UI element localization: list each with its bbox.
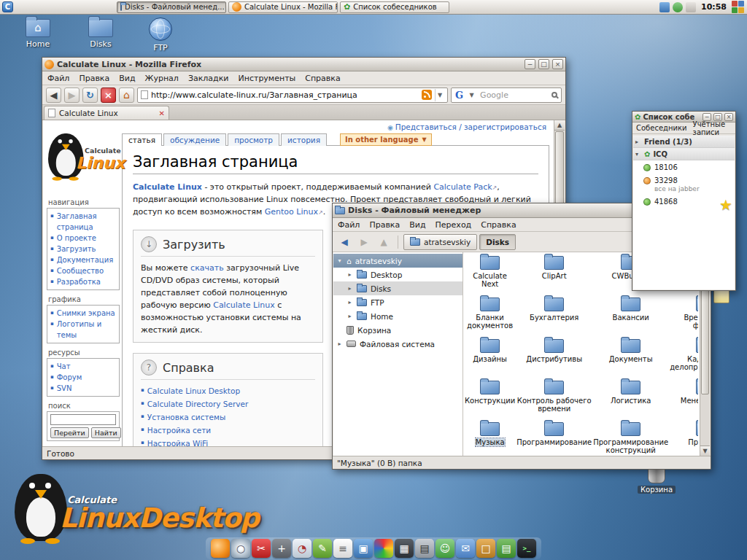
folder-item[interactable]: Логистика — [593, 378, 668, 419]
login-link[interactable]: ◉Представиться / зарегистрироваться — [43, 120, 554, 132]
start-menu-icon[interactable]: C — [2, 1, 13, 12]
expander-icon[interactable]: ▾ — [635, 151, 641, 158]
firefox-titlebar[interactable]: Calculate Linux - Mozilla Firefox − □ × — [42, 58, 565, 71]
up-button[interactable]: ▲ — [375, 234, 392, 250]
menu-go[interactable]: Переход — [436, 220, 472, 230]
expander-icon[interactable]: ▸ — [347, 299, 353, 306]
media-player-icon[interactable]: ▤ — [415, 539, 434, 558]
menu-file[interactable]: Файл — [47, 74, 69, 83]
package-icon[interactable]: □ — [476, 539, 495, 558]
terminal-icon[interactable]: >_ — [517, 539, 536, 558]
cut-tool-icon[interactable]: ✂ — [252, 539, 271, 558]
cd-burner-icon[interactable]: ○ — [231, 539, 250, 558]
folder-item[interactable]: Calculate Next — [465, 254, 515, 295]
tray-messenger-icon[interactable] — [673, 2, 683, 12]
search-go-button[interactable]: Перейти — [50, 427, 89, 438]
taskbar-item-file-manager[interactable]: Disks - Файловый менед... — [117, 1, 226, 13]
sidebar-link[interactable]: ▪Снимки экрана — [50, 308, 116, 319]
search-icon[interactable] — [551, 92, 557, 98]
back-button[interactable]: ◀ — [46, 88, 61, 103]
help-link[interactable]: ▪Calculate Directory Server — [141, 398, 315, 411]
messenger-icon[interactable]: ☺ — [436, 539, 454, 558]
minimize-button[interactable]: − — [525, 59, 535, 69]
contact-item[interactable]: 18106 — [633, 160, 735, 174]
language-button[interactable]: In other language▼ — [340, 133, 432, 146]
contact-item[interactable]: 33298 все на jabber — [633, 174, 735, 195]
contact-group-icq[interactable]: ▾ ✿ ICQ — [633, 148, 735, 160]
menu-help[interactable]: Справка — [305, 74, 340, 83]
mail-icon[interactable]: ✉ — [456, 539, 475, 558]
tray-mini-icon[interactable] — [732, 7, 738, 13]
tray-mini-icon[interactable] — [738, 7, 744, 13]
help-link[interactable]: ▪Calculate Linux Desktop — [141, 385, 315, 398]
desktop-icon-ftp[interactable]: FTP — [137, 18, 184, 52]
folder-item[interactable]: Конструкции — [465, 378, 515, 419]
rss-icon[interactable] — [422, 90, 432, 100]
site-logo[interactable]: Calculate Linux — [47, 133, 120, 193]
reload-button[interactable]: ↻ — [82, 88, 98, 103]
search-engine-dropdown[interactable]: ▼ — [467, 89, 476, 101]
folder-item[interactable]: Дизайны — [465, 337, 515, 378]
sidebar-link[interactable]: ▪Документация — [50, 254, 116, 265]
notes-icon[interactable]: ✎ — [313, 539, 332, 558]
tray-clipboard-icon[interactable] — [686, 2, 696, 12]
folder-item[interactable]: Кадровое делопроизводство — [670, 337, 698, 378]
desktop-note-widget[interactable] — [713, 289, 729, 303]
tree-item-disks[interactable]: ▸ Disks — [333, 281, 462, 295]
sidebar-link[interactable]: ▪Чат — [50, 361, 116, 372]
path-button-disks[interactable]: Disks — [479, 234, 516, 250]
tree-item-root[interactable]: ▾ ⌂ atratsevskiy — [333, 254, 462, 268]
intro-link-gentoo[interactable]: Gentoo Linux — [265, 207, 318, 217]
menu-file[interactable]: Файл — [338, 220, 360, 230]
clock[interactable]: 10:58 — [699, 2, 729, 12]
path-button-home[interactable]: atratsevskiy — [403, 234, 477, 250]
scroll-up-arrow[interactable]: ▲ — [554, 120, 565, 131]
tree-item-desktop[interactable]: ▸ Desktop — [333, 268, 462, 281]
screenshot-icon[interactable]: ▣ — [354, 539, 373, 558]
folder-item[interactable]: Продажи — [670, 420, 698, 456]
scroll-down-arrow[interactable]: ▼ — [700, 446, 710, 456]
expander-icon[interactable]: ▸ — [347, 313, 353, 319]
stop-button[interactable]: × — [101, 88, 116, 103]
url-text[interactable]: http://www.calculate-linux.ru/Заглавная_… — [151, 90, 419, 100]
wiki-search-input[interactable] — [50, 414, 116, 425]
folder-item[interactable]: Документы — [593, 337, 668, 378]
menu-history[interactable]: Журнал — [145, 74, 179, 83]
menu-bookmarks[interactable]: Закладки — [188, 74, 229, 83]
intro-link-calculate-pack[interactable]: Calculate Pack — [433, 182, 492, 192]
download-link[interactable]: скачать — [190, 263, 224, 273]
expander-icon[interactable]: ▸ — [347, 271, 353, 278]
sidebar-link[interactable]: ▪Сообщество — [50, 265, 116, 276]
folder-item[interactable]: Программирование — [516, 420, 592, 456]
back-button[interactable]: ◀ — [336, 234, 353, 250]
color-palette-icon[interactable] — [374, 539, 393, 558]
tree-item-filesystem[interactable]: ▸ Файловая система — [333, 337, 462, 351]
tree-item-ftp[interactable]: ▸ FTP — [333, 295, 462, 309]
tree-item-home[interactable]: ▸ Home — [333, 309, 462, 323]
folder-item[interactable]: Контроль рабочего времени — [516, 378, 592, 419]
text-editor-icon[interactable]: ≡ — [333, 539, 352, 558]
menu-accounts[interactable]: Учётные записи — [693, 120, 732, 136]
folder-item[interactable]: Бланки документов — [465, 295, 515, 336]
folder-item[interactable]: Вакансии — [593, 295, 668, 336]
folder-item[interactable]: Дистрибутивы — [516, 337, 592, 378]
sidebar-link[interactable]: ▪Логотипы и темы — [50, 319, 116, 341]
sidebar-link[interactable]: ▪SVN — [50, 383, 116, 394]
desktop-icon-disks[interactable]: Disks — [77, 19, 124, 49]
folder-item[interactable]: Программирование конструкций — [593, 420, 668, 456]
expander-icon[interactable]: ▸ — [347, 285, 353, 292]
tree-item-trash[interactable]: Корзина — [333, 323, 462, 337]
menu-view[interactable]: Вид — [409, 220, 425, 230]
tab-calculate-linux[interactable]: Calculate Linux ✕ — [44, 106, 169, 120]
folder-item[interactable]: Временные файлы — [670, 295, 698, 336]
url-dropdown-arrow[interactable]: ▼ — [435, 89, 444, 101]
home-button[interactable]: ⌂ — [119, 88, 134, 103]
tab-article[interactable]: статья — [122, 133, 162, 146]
menu-help[interactable]: Справка — [481, 220, 516, 230]
sidebar-link[interactable]: ▪О проекте — [50, 233, 116, 244]
search-bar[interactable]: G ▼ Google — [451, 88, 562, 103]
desktop-icon-home[interactable]: ⌂ Home — [15, 19, 61, 49]
tray-network-icon[interactable] — [659, 2, 670, 12]
forward-button[interactable]: ▶ — [64, 88, 80, 103]
intro-link-calculate[interactable]: Calculate Linux — [133, 182, 202, 192]
